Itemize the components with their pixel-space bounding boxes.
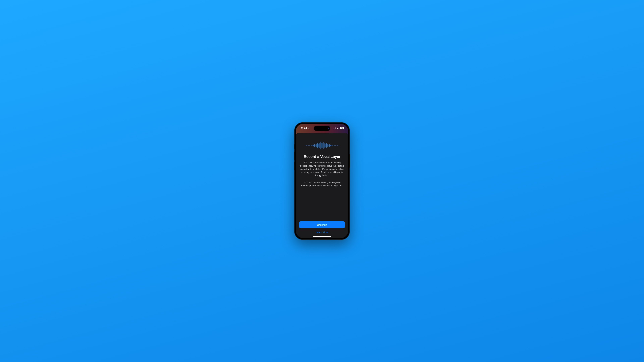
camera-dot — [328, 128, 330, 129]
status-left: 21:04 — [301, 127, 310, 130]
continue-button[interactable]: Continue — [299, 221, 345, 228]
status-right: 62 — [333, 127, 344, 129]
svg-rect-2 — [334, 128, 335, 129]
waveform-icon — [299, 141, 345, 150]
plus-circle-icon: + — [319, 175, 321, 177]
modal-title: Record a Vocal Layer — [299, 155, 345, 159]
modal-secondary-text: You can continue working with layered re… — [299, 181, 345, 187]
svg-rect-3 — [335, 127, 336, 129]
volume-up-button — [294, 152, 294, 160]
learn-more-button[interactable]: Learn More — [299, 231, 345, 234]
svg-rect-0 — [333, 129, 334, 129]
power-button — [350, 154, 350, 168]
description-part-2: button. — [322, 174, 329, 176]
side-button — [294, 144, 294, 149]
modal-description: Add vocals to recordings without using h… — [299, 161, 345, 177]
phone-screen: 21:04 — [296, 124, 348, 238]
dynamic-island — [314, 126, 330, 131]
svg-rect-1 — [334, 128, 334, 129]
cellular-signal-icon — [333, 127, 336, 129]
phone-frame: 21:04 — [294, 122, 350, 240]
intro-sheet: Record a Vocal Layer Add vocals to recor… — [296, 133, 348, 238]
status-time: 21:04 — [301, 127, 307, 130]
wifi-icon — [336, 127, 339, 129]
location-icon — [308, 127, 310, 129]
battery-percent: 62 — [341, 127, 343, 129]
home-indicator[interactable] — [313, 236, 331, 237]
battery-indicator: 62 — [340, 127, 344, 129]
volume-down-button — [294, 162, 294, 170]
